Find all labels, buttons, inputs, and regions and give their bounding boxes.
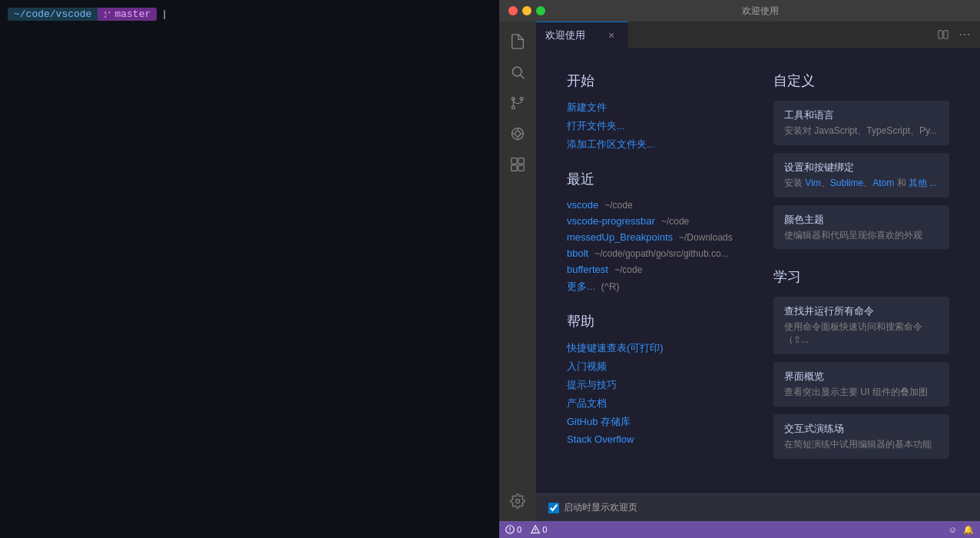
svg-rect-12 [518, 165, 525, 171]
tab-bar: 欢迎使用 × [536, 22, 980, 48]
more-actions-button[interactable] [955, 25, 974, 44]
recent-item-3: bbolt ~/code/gopath/go/src/github.co... [567, 247, 743, 259]
recent-more-link[interactable]: 更多... (^R) [567, 280, 743, 294]
svg-point-16 [960, 34, 962, 35]
recent-path-3: ~/code/gopath/go/src/github.co... [594, 248, 728, 259]
activity-bar [499, 22, 536, 521]
recent-path-1: ~/code [661, 216, 689, 227]
vscode-window-title: 欢迎使用 [550, 5, 971, 18]
color-theme-card[interactable]: 颜色主题 使编辑器和代码呈现你喜欢的外观 [773, 205, 949, 250]
extensions-icon[interactable] [504, 151, 531, 178]
playground-card[interactable]: 交互式演练场 在简短演练中试用编辑器的基本功能 [773, 414, 949, 459]
recent-path-0: ~/code [604, 200, 632, 211]
playground-title: 交互式演练场 [784, 422, 939, 436]
show-welcome-checkbox[interactable] [548, 503, 559, 513]
recent-name-0[interactable]: vscode [567, 199, 598, 211]
ui-overview-desc: 查看突出显示主要 UI 组件的叠加图 [784, 386, 939, 399]
error-count: 0 [517, 525, 521, 534]
vscode-minimize-button[interactable] [522, 6, 531, 15]
svg-point-13 [516, 500, 520, 503]
recent-item-1: vscode-progressbar ~/code [567, 215, 743, 227]
customize-title: 自定义 [773, 71, 949, 90]
recent-name-4[interactable]: buffertest [567, 264, 608, 275]
command-palette-desc: 使用命令面板快速访问和搜索命令（⇧... [784, 320, 939, 347]
svg-rect-9 [512, 158, 518, 164]
ui-overview-card[interactable]: 界面概览 查看突出显示主要 UI 组件的叠加图 [773, 362, 949, 407]
recent-item-4: buffertest ~/code [567, 264, 743, 275]
settings-icon[interactable] [504, 487, 531, 515]
add-workspace-link[interactable]: 添加工作区文件夹... [567, 138, 743, 151]
tools-card-desc: 安装对 JavaScript、TypeScript、Py... [784, 125, 939, 138]
svg-line-1 [521, 75, 525, 79]
recent-name-3[interactable]: bbolt [567, 247, 588, 259]
stackoverflow-link[interactable]: Stack Overflow [567, 433, 743, 445]
welcome-tab[interactable]: 欢迎使用 × [536, 22, 628, 48]
prompt-branch: master [98, 8, 157, 21]
keybindings-card[interactable]: 设置和按键绑定 安装 Vim、Sublime、Atom 和 其他 ... [773, 153, 949, 198]
recent-path-4: ~/code [614, 264, 642, 275]
help-section: 帮助 快捷键速查表(可打印) 入门视频 提示与技巧 产品文档 GitHub 存储… [567, 312, 743, 445]
docs-link[interactable]: 产品文档 [567, 397, 743, 410]
footer-bar: 启动时显示欢迎页 [536, 493, 980, 521]
smiley-icon[interactable]: ☺ [949, 525, 957, 535]
svg-point-18 [968, 34, 969, 35]
keyboard-shortcut-link[interactable]: 快捷键速查表(可打印) [567, 341, 743, 355]
split-editor-button[interactable] [934, 25, 952, 44]
tips-link[interactable]: 提示与技巧 [567, 378, 743, 392]
welcome-content: 开始 新建文件 打开文件夹... 添加工作区文件夹... 最近 vscod [536, 48, 980, 493]
explorer-icon[interactable] [504, 28, 531, 55]
customize-section: 自定义 工具和语言 安装对 JavaScript、TypeScript、Py..… [773, 71, 949, 249]
warning-count: 0 [542, 525, 547, 534]
learn-section: 学习 查找并运行所有命令 使用命令面板快速访问和搜索命令（⇧... 界面概览 查… [773, 267, 949, 458]
new-file-link[interactable]: 新建文件 [567, 101, 743, 115]
color-theme-card-title: 颜色主题 [784, 213, 939, 227]
editor-area: 欢迎使用 × [536, 22, 980, 521]
welcome-right-column: 自定义 工具和语言 安装对 JavaScript、TypeScript、Py..… [773, 71, 949, 470]
svg-point-4 [515, 131, 521, 137]
recent-section: 最近 vscode ~/code vscode-progressbar ~/co… [567, 170, 743, 294]
intro-video-link[interactable]: 入门视频 [567, 360, 743, 374]
status-bar-right: ☺ 🔔 [949, 525, 974, 535]
tab-actions [934, 22, 980, 48]
recent-path-2: ~/Downloads [679, 232, 733, 243]
source-control-icon[interactable] [504, 89, 531, 117]
vscode-topbar: 欢迎使用 [499, 0, 980, 22]
svg-rect-10 [518, 158, 525, 164]
bell-icon[interactable]: 🔔 [963, 525, 974, 535]
terminal-panel[interactable]: ~/code/vscode master | [0, 0, 499, 538]
tab-close-button[interactable]: × [604, 28, 618, 42]
svg-point-17 [964, 34, 965, 35]
ui-overview-title: 界面概览 [784, 370, 939, 384]
command-palette-card[interactable]: 查找并运行所有命令 使用命令面板快速访问和搜索命令（⇧... [773, 297, 949, 354]
debug-icon[interactable] [504, 120, 531, 148]
vscode-panel: 欢迎使用 [499, 0, 980, 538]
terminal-prompt: ~/code/vscode master | [8, 8, 492, 21]
keybindings-card-title: 设置和按键绑定 [784, 161, 939, 174]
recent-item-2: messedUp_Breakpoints ~/Downloads [567, 231, 743, 243]
color-theme-card-desc: 使编辑器和代码呈现你喜欢的外观 [784, 229, 939, 242]
start-title: 开始 [567, 71, 743, 90]
vscode-close-button[interactable] [508, 6, 518, 15]
prompt-cursor: | [161, 8, 167, 20]
github-link[interactable]: GitHub 存储库 [567, 415, 743, 429]
svg-rect-11 [512, 165, 518, 171]
keybindings-card-desc: 安装 Vim、Sublime、Atom 和 其他 ... [784, 177, 939, 190]
tools-card[interactable]: 工具和语言 安装对 JavaScript、TypeScript、Py... [773, 101, 949, 145]
prompt-path: ~/code/vscode [8, 8, 98, 21]
warning-status[interactable]: 0 [531, 525, 547, 534]
command-palette-title: 查找并运行所有命令 [784, 304, 939, 318]
recent-name-1[interactable]: vscode-progressbar [567, 215, 655, 227]
footer-label: 启动时显示欢迎页 [564, 501, 637, 514]
svg-point-23 [535, 531, 536, 532]
status-bar: 0 0 ☺ 🔔 [499, 521, 980, 538]
recent-item-0: vscode ~/code [567, 199, 743, 211]
vscode-maximize-button[interactable] [536, 6, 545, 15]
search-icon[interactable] [504, 58, 531, 86]
error-status[interactable]: 0 [505, 525, 521, 534]
open-folder-link[interactable]: 打开文件夹... [567, 119, 743, 133]
svg-rect-14 [939, 31, 942, 39]
recent-title: 最近 [567, 170, 743, 188]
recent-name-2[interactable]: messedUp_Breakpoints [567, 231, 673, 243]
help-title: 帮助 [567, 312, 743, 330]
svg-point-21 [509, 531, 510, 532]
